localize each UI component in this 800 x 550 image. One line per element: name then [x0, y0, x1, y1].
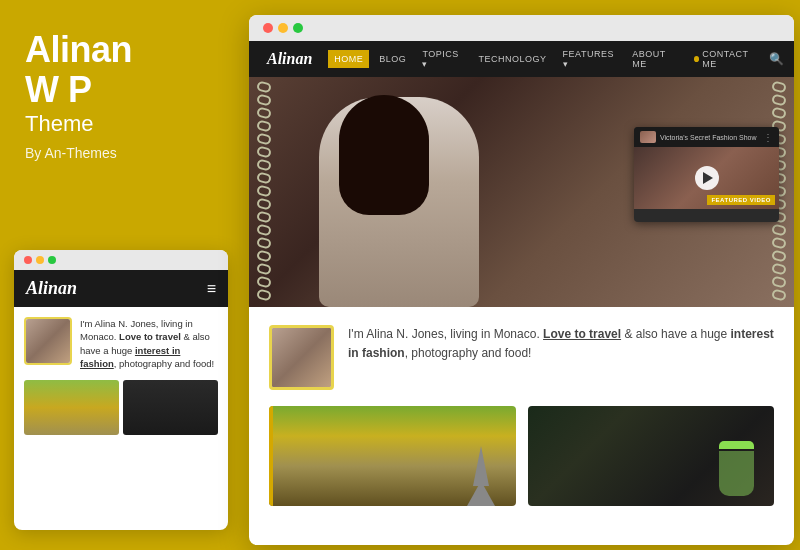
chain-link [771, 80, 787, 93]
eiffel-top [473, 446, 489, 486]
theme-title: Alinan W P [25, 30, 215, 109]
dot-green [48, 256, 56, 264]
mobile-content: I'm Alina N. Jones, living in Monaco. Lo… [14, 307, 228, 445]
mobile-navbar: Alinan ≡ [14, 270, 228, 307]
thumb-flowers [269, 406, 516, 506]
mobile-dots [14, 250, 228, 270]
featured-badge: FEATURED VIDEO [707, 195, 775, 205]
chain-link [771, 236, 787, 249]
video-options-icon[interactable]: ⋮ [763, 132, 773, 143]
browser-dot-yellow [278, 23, 288, 33]
bio-text: I'm Alina N. Jones, living in Monaco. Lo… [348, 325, 774, 363]
chain-link [256, 197, 272, 210]
play-icon [703, 172, 713, 184]
bio-travel-link[interactable]: Love to travel [543, 327, 621, 341]
bio-section: I'm Alina N. Jones, living in Monaco. Lo… [269, 325, 774, 390]
nav-home[interactable]: HOME [328, 50, 369, 68]
chain-link [771, 106, 787, 119]
nav-topics[interactable]: TOPICS ▾ [416, 45, 468, 73]
chain-link [256, 236, 272, 249]
contact-dot [694, 56, 699, 62]
hero-background: Victoria's Secret Fashion Show ... ⋮ FEA… [249, 77, 794, 307]
search-icon[interactable]: 🔍 [769, 52, 784, 66]
chain-link [256, 249, 272, 262]
drink-glass [719, 441, 754, 496]
nav-contact[interactable]: CONTACT ME [688, 45, 765, 73]
video-title: Victoria's Secret Fashion Show ... [660, 134, 759, 141]
nav-about[interactable]: ABOUT ME [626, 45, 684, 73]
video-header: Victoria's Secret Fashion Show ... ⋮ [634, 127, 779, 147]
thumb-drink [528, 406, 775, 506]
video-thumbnail-small [640, 131, 656, 143]
mobile-thumb-dark [123, 380, 218, 435]
mobile-thumbnails [24, 380, 218, 435]
mobile-avatar [24, 317, 72, 365]
chain-link [771, 93, 787, 106]
play-button[interactable] [695, 166, 719, 190]
yellow-accent-bar [269, 406, 273, 506]
site-header: Alinan HOME BLOG TOPICS ▾ TECHNOLOGY FEA… [249, 41, 794, 77]
chain-link [256, 145, 272, 158]
chain-link [256, 80, 272, 93]
bio-avatar-image [272, 328, 331, 387]
eiffel-tower-icon [466, 446, 496, 506]
hero-section: Victoria's Secret Fashion Show ... ⋮ FEA… [249, 77, 794, 307]
mobile-preview: Alinan ≡ I'm Alina N. Jones, living in M… [14, 250, 228, 530]
mobile-bio-row: I'm Alina N. Jones, living in Monaco. Lo… [24, 317, 218, 370]
browser-dot-green [293, 23, 303, 33]
chain-link [256, 119, 272, 132]
chain-link [771, 275, 787, 288]
hero-person [299, 87, 499, 307]
chain-link [256, 288, 272, 301]
bio-avatar [269, 325, 334, 390]
chain-link [771, 223, 787, 236]
nav-technology[interactable]: TECHNOLOGY [473, 50, 553, 68]
theme-subtitle: Theme [25, 111, 215, 137]
chain-link [256, 223, 272, 236]
browser-panel: Alinan HOME BLOG TOPICS ▾ TECHNOLOGY FEA… [249, 15, 794, 545]
video-player[interactable]: FEATURED VIDEO [634, 147, 779, 209]
site-content: I'm Alina N. Jones, living in Monaco. Lo… [249, 307, 794, 524]
dot-red [24, 256, 32, 264]
site-logo: Alinan [259, 46, 320, 72]
glass-top [719, 441, 754, 449]
chain-link [256, 106, 272, 119]
chain-link [256, 171, 272, 184]
nav-features[interactable]: FEATURES ▾ [557, 45, 623, 73]
chain-link [771, 249, 787, 262]
chain-link [771, 262, 787, 275]
video-overlay[interactable]: Victoria's Secret Fashion Show ... ⋮ FEA… [634, 127, 779, 222]
chain-link [256, 184, 272, 197]
chain-link [256, 275, 272, 288]
theme-author: By An-Themes [25, 145, 215, 161]
mobile-logo: Alinan [26, 278, 77, 299]
chain-link [256, 262, 272, 275]
mobile-avatar-image [26, 319, 70, 363]
nav-blog[interactable]: BLOG [373, 50, 412, 68]
left-panel: Alinan W P Theme By An-Themes Alinan ≡ I… [0, 0, 240, 550]
chain-link [256, 210, 272, 223]
chain-link [256, 132, 272, 145]
thumbnail-row [269, 406, 774, 506]
hero-hair [339, 95, 429, 215]
chain-link [256, 93, 272, 106]
hamburger-icon[interactable]: ≡ [207, 280, 216, 298]
browser-topbar [249, 15, 794, 41]
chain-left [254, 77, 274, 307]
dot-yellow [36, 256, 44, 264]
mobile-thumb-flowers [24, 380, 119, 435]
mobile-bio-text: I'm Alina N. Jones, living in Monaco. Lo… [80, 317, 218, 370]
chain-link [771, 288, 787, 301]
chain-link [256, 158, 272, 171]
browser-dot-red [263, 23, 273, 33]
glass-body [719, 451, 754, 496]
